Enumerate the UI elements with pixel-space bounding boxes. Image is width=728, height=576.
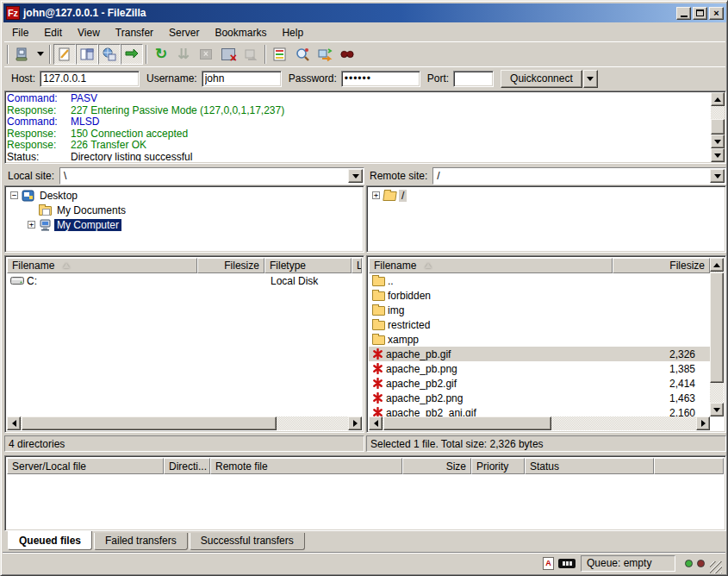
toggle-local-tree-button[interactable] — [76, 44, 98, 65]
column-header-server-local-file[interactable]: Server/Local file — [7, 458, 164, 474]
transfer-queue: Server/Local file Directi... Remote file… — [4, 455, 726, 531]
log-scrollbar[interactable] — [711, 92, 725, 162]
window-title: john@127.0.0.1 - FileZilla — [23, 7, 675, 19]
maximize-button[interactable] — [693, 7, 707, 20]
host-input[interactable] — [40, 71, 140, 87]
scroll-down-button[interactable] — [710, 403, 724, 416]
site-manager-dropdown[interactable] — [34, 44, 47, 65]
column-header-filesize[interactable]: Filesize — [197, 258, 264, 273]
column-header-filename[interactable]: Filename — [7, 258, 197, 273]
file-row[interactable]: apache_pb2.png 1,463 — [369, 391, 710, 405]
local-list-body: C: Local Disk — [7, 273, 362, 416]
column-header-remote-file[interactable]: Remote file — [210, 458, 402, 474]
sync-browse-button[interactable] — [314, 44, 336, 65]
file-row[interactable]: apache_pb2.gif 2,414 — [369, 376, 710, 391]
host-label: Host: — [11, 72, 35, 85]
menu-transfer[interactable]: Transfer — [108, 25, 161, 41]
toggle-queue-button[interactable] — [121, 44, 143, 65]
column-header-status[interactable]: Status — [525, 458, 654, 474]
scrollbar-thumb[interactable] — [383, 416, 551, 430]
scroll-up-button[interactable] — [711, 92, 725, 106]
scroll-left-button[interactable] — [369, 416, 383, 430]
search-button[interactable] — [336, 44, 358, 65]
tree-item-root[interactable]: + / — [369, 188, 724, 203]
column-header-filetype[interactable]: Filetype — [264, 258, 352, 273]
menu-help[interactable]: Help — [274, 25, 311, 41]
image-file-icon — [372, 363, 383, 374]
queue-tabs: Queued files Failed transfers Successful… — [8, 533, 307, 551]
username-input[interactable] — [202, 71, 282, 87]
scroll-up-button[interactable] — [710, 258, 724, 272]
resize-grip[interactable] — [710, 561, 722, 573]
message-log-lines: Command:PASV Response:227 Entering Passi… — [7, 93, 710, 161]
menu-view[interactable]: View — [70, 25, 108, 41]
file-row[interactable]: apache_pb2_ani.gif 2,160 — [369, 405, 710, 416]
toggle-log-button[interactable] — [53, 44, 76, 65]
tab-failed-transfers[interactable]: Failed transfers — [94, 533, 188, 550]
column-header-filename[interactable]: Filename — [369, 258, 613, 273]
column-header-size[interactable]: Size — [402, 458, 471, 474]
file-row[interactable]: img — [369, 303, 710, 317]
toggle-remote-tree-button[interactable] — [98, 44, 121, 65]
scroll-down-button[interactable] — [711, 148, 725, 162]
scrollbar-thumb[interactable] — [22, 416, 277, 430]
tree-item-desktop[interactable]: − Desktop — [7, 188, 362, 203]
column-header-priority[interactable]: Priority — [471, 458, 525, 474]
file-row[interactable]: .. — [369, 273, 710, 288]
close-button[interactable]: × — [709, 7, 724, 20]
file-row-c-drive[interactable]: C: Local Disk — [7, 273, 362, 288]
column-header-direction[interactable]: Directi... — [164, 458, 210, 474]
app-icon[interactable]: Fz — [6, 6, 20, 20]
password-input[interactable] — [341, 71, 420, 87]
quickconnect-dropdown[interactable] — [583, 70, 598, 88]
menu-bookmarks[interactable]: Bookmarks — [207, 25, 274, 41]
scroll-left-button[interactable] — [7, 416, 21, 430]
menu-server[interactable]: Server — [161, 25, 207, 41]
scroll-right-button[interactable] — [348, 416, 362, 430]
file-row[interactable]: forbidden — [369, 288, 710, 303]
combo-dropdown-button[interactable] — [710, 169, 725, 183]
refresh-button[interactable]: ↻ — [150, 44, 172, 65]
minimize-button[interactable] — [676, 7, 691, 20]
collapse-icon[interactable]: − — [10, 191, 18, 199]
file-row[interactable]: apache_pb.png 1,385 — [369, 361, 710, 376]
filter-button[interactable] — [269, 44, 291, 65]
scroll-right-button[interactable] — [696, 416, 710, 430]
port-input[interactable] — [453, 71, 494, 87]
toggle-queue-icon — [124, 47, 140, 62]
local-file-list: Filename Filesize Filetype L C: Local Di… — [4, 255, 364, 433]
reconnect-button[interactable] — [240, 44, 262, 65]
expand-icon[interactable]: + — [28, 221, 35, 229]
column-header-filesize[interactable]: Filesize — [613, 258, 710, 273]
site-manager-button[interactable] — [11, 44, 34, 65]
local-site-combo[interactable]: \ — [59, 167, 364, 185]
tab-queued-files[interactable]: Queued files — [8, 531, 92, 550]
remote-horizontal-scrollbar[interactable] — [369, 416, 710, 430]
disconnect-button[interactable]: × — [217, 44, 240, 65]
scrollbar-thumb[interactable] — [710, 272, 724, 383]
combo-dropdown-button[interactable] — [348, 169, 363, 183]
cancel-button[interactable]: × — [195, 44, 217, 65]
tree-item-my-documents[interactable]: + My Documents — [7, 203, 362, 217]
file-row[interactable]: restricted — [369, 317, 710, 332]
dropdown-arrow-icon — [714, 174, 721, 178]
expand-icon[interactable]: + — [372, 191, 380, 199]
activity-led-red-icon — [697, 560, 705, 567]
quickconnect-button[interactable]: Quickconnect — [501, 70, 582, 88]
scroll-down-button[interactable] — [711, 135, 725, 148]
remote-site-combo[interactable]: / — [432, 167, 726, 185]
tab-successful-transfers[interactable]: Successful transfers — [190, 533, 305, 550]
tree-item-my-computer[interactable]: + My Computer — [7, 217, 362, 232]
remote-list-header: Filename Filesize — [369, 258, 724, 273]
process-queue-button[interactable]: ⇊ — [172, 44, 195, 65]
scrollbar-thumb[interactable] — [711, 119, 725, 135]
column-header-lastmodified[interactable]: L — [352, 258, 362, 273]
menu-file[interactable]: File — [4, 25, 36, 41]
toolbar-separator — [49, 45, 51, 64]
local-horizontal-scrollbar[interactable] — [7, 416, 362, 430]
compare-button[interactable] — [291, 44, 314, 65]
remote-vertical-scrollbar[interactable] — [710, 258, 724, 416]
file-row-selected[interactable]: apache_pb.gif 2,326 — [369, 347, 710, 361]
file-row[interactable]: xampp — [369, 332, 710, 347]
menu-edit[interactable]: Edit — [36, 25, 70, 41]
